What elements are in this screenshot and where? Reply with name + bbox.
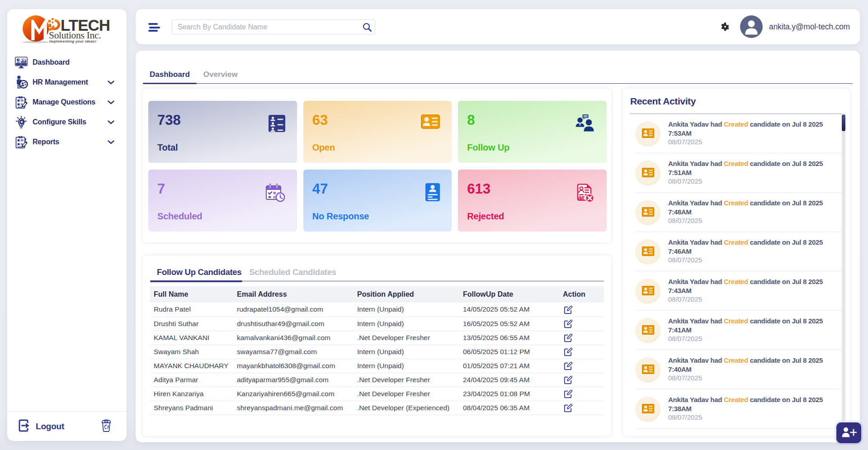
activity-actor: Ankita Yadav had <box>668 160 722 167</box>
cell-position: .Net Developer Fresher <box>354 331 459 345</box>
table-head: Full NameEmail AddressPosition AppliedFo… <box>150 286 604 303</box>
rejected-doc-icon <box>576 183 595 205</box>
cell-position: Intern (Unpaid) <box>354 345 459 359</box>
activity-avatar <box>635 121 660 147</box>
cell-full-name: Aditya Parmar <box>150 373 233 387</box>
activity-text: Ankita Yadav had Created candidate on Ju… <box>668 395 823 413</box>
edit-icon[interactable] <box>564 362 572 370</box>
search-icon[interactable] <box>359 22 375 32</box>
main-tab-overview[interactable]: Overview <box>197 66 245 83</box>
cell-action <box>559 373 604 387</box>
moltech-logo: LTECH Solutions Inc. Implementing your i… <box>20 14 118 43</box>
cell-full-name: MAYANK CHAUDHARY <box>150 359 233 373</box>
edit-icon[interactable] <box>564 404 572 412</box>
activity-time: 7:51AM <box>668 168 823 177</box>
table-header-row: Full NameEmail AddressPosition AppliedFo… <box>150 286 604 303</box>
activity-line1: Ankita Yadav had Created candidate on Ju… <box>668 238 823 247</box>
activity-object: candidate on Jul 8 2025 <box>750 396 823 403</box>
search-input[interactable] <box>172 23 359 31</box>
activity-item: Ankita Yadav had Created candidate on Ju… <box>636 114 843 153</box>
sidebar-item-configure-skills[interactable]: Configure Skills <box>7 112 127 132</box>
activity-object: candidate on Jul 8 2025 <box>750 160 823 167</box>
logout-row[interactable]: Logout <box>7 411 127 441</box>
candidates-tab-scheduled-candidates[interactable]: Scheduled Candidates <box>242 264 337 281</box>
cell-followup-date: 24/04/2025 09:45 AM <box>459 373 559 387</box>
candidates-tabs: Follow Up CandidatesScheduled Candidates <box>150 264 604 281</box>
candidates-tab-follow-up-candidates[interactable]: Follow Up Candidates <box>150 264 242 281</box>
column-header: Email Address <box>233 286 354 303</box>
add-candidate-fab[interactable] <box>836 422 861 443</box>
total-candidates-icon <box>269 114 285 134</box>
cell-full-name: Swayam Shah <box>150 345 233 359</box>
activity-date: 08/07/2025 <box>668 335 702 342</box>
activity-object: candidate on Jul 8 2025 <box>750 278 823 285</box>
sidebar-item-label: Configure Skills <box>33 118 86 126</box>
column-header: FollowUp Date <box>459 286 559 303</box>
activity-object: candidate on Jul 8 2025 <box>750 199 823 207</box>
sidebar-item-hr-management[interactable]: HR Management <box>7 72 127 92</box>
sidebar-item-reports[interactable]: Reports <box>7 132 127 152</box>
edit-icon[interactable] <box>564 334 572 342</box>
activity-text: Ankita Yadav had Created candidate on Ju… <box>668 120 823 137</box>
cell-position: .Net Developer Fresher <box>354 387 459 401</box>
configure-skills-icon <box>14 114 28 130</box>
edit-icon[interactable] <box>564 306 572 314</box>
activity-actor: Ankita Yadav had <box>668 356 722 364</box>
activity-object: candidate on Jul 8 2025 <box>750 120 823 128</box>
cell-followup-date: 13/05/2025 06:55 AM <box>459 331 559 345</box>
activity-item: Ankita Yadav had Created candidate on Ju… <box>636 193 843 232</box>
activity-avatar <box>635 239 660 265</box>
edit-icon[interactable] <box>564 320 572 328</box>
activity-scrollbar-track[interactable] <box>842 114 845 422</box>
activity-text: Ankita Yadav had Created candidate on Ju… <box>668 317 823 334</box>
reports-icon <box>14 134 28 150</box>
activity-action: Created <box>724 317 748 325</box>
activity-date: 08/07/2025 <box>668 177 702 185</box>
cell-position: Intern (Unpaid) <box>354 359 459 373</box>
activity-actor: Ankita Yadav had <box>668 396 722 403</box>
column-header: Action <box>559 286 604 303</box>
stat-label: Total <box>157 142 178 153</box>
activity-card-icon <box>642 128 654 140</box>
stat-card-scheduled[interactable]: 7 Scheduled <box>148 170 297 232</box>
table-body: Rudra Patel rudrapatel1054@gmail.com Int… <box>150 303 604 415</box>
cell-followup-date: 23/04/2025 01:08 PM <box>459 387 559 401</box>
cell-full-name: Rudra Patel <box>150 303 233 317</box>
cell-email: drushtisuthar49@gmail.com <box>233 317 354 331</box>
activity-avatar <box>635 397 660 422</box>
activity-line1: Ankita Yadav had Created candidate on Ju… <box>668 159 823 168</box>
open-idcard-icon <box>421 114 440 131</box>
activity-scrollbar-thumb[interactable] <box>842 114 845 131</box>
cell-position: Intern (Unpaid) <box>354 317 459 331</box>
sidebar-item-manage-questions[interactable]: Manage Questions <box>7 92 127 112</box>
chevron-down-icon <box>108 78 114 86</box>
hamburger-menu-icon[interactable] <box>148 23 160 32</box>
cell-action <box>559 401 604 415</box>
activity-card-icon <box>642 246 654 258</box>
stat-card-no-response[interactable]: 47 No Response <box>303 170 452 232</box>
edit-icon[interactable] <box>564 390 572 398</box>
trash-icon[interactable] <box>100 419 112 434</box>
user-avatar[interactable] <box>740 15 763 38</box>
table-row: Swayam Shah swayamsa77@gmail.com Intern … <box>150 345 604 359</box>
stat-label: Follow Up <box>467 142 509 153</box>
main-tab-dashboard[interactable]: Dashboard <box>143 66 197 83</box>
sidebar-nav: Dashboard HR Management Manage Questions… <box>7 52 127 152</box>
sidebar-item-dashboard[interactable]: Dashboard <box>7 52 127 72</box>
stat-card-rejected[interactable]: 613 Rejected <box>458 170 607 232</box>
stat-card-open[interactable]: 63 Open <box>303 101 452 163</box>
noresponse-doc-icon <box>425 183 440 203</box>
cell-full-name: Hiren Kanzariya <box>150 387 233 401</box>
table-row: KAMAL VANKANI kamalvankani436@gmail.com … <box>150 331 604 345</box>
activity-item: Ankita Yadav had Created candidate on Ju… <box>636 311 843 350</box>
activity-item: Ankita Yadav had Created candidate on Ju… <box>636 271 843 311</box>
edit-icon[interactable] <box>564 348 572 356</box>
settings-gear-icon[interactable] <box>720 22 730 32</box>
activity-object: candidate on Jul 8 2025 <box>750 238 823 246</box>
edit-icon[interactable] <box>564 376 572 384</box>
stat-card-follow-up[interactable]: 8 Follow Up <box>458 101 607 163</box>
stat-card-total[interactable]: 738 Total <box>148 101 297 163</box>
cell-email: kamalvankani436@gmail.com <box>233 331 354 345</box>
activity-action: Created <box>724 238 748 246</box>
activity-action: Created <box>724 160 748 167</box>
